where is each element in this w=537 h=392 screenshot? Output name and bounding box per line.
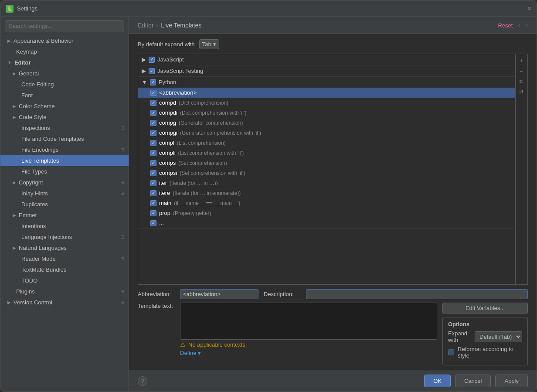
sidebar-item-label: Code Editing — [21, 81, 54, 88]
group-checkbox-js-testing[interactable] — [149, 68, 155, 74]
sidebar-item-emmet[interactable]: ▶ Emmet — [0, 210, 129, 221]
template-row[interactable]: compg (Generator comprehension) — [138, 118, 515, 128]
help-button[interactable]: ? — [138, 376, 147, 386]
template-group-header-javascript[interactable]: ▶ JavaScript — [138, 54, 515, 65]
sidebar-item-label: TODO — [21, 277, 37, 284]
sidebar-item-duplicates[interactable]: Duplicates — [0, 199, 129, 210]
sidebar-item-todo[interactable]: TODO — [0, 275, 129, 286]
group-checkbox-javascript[interactable] — [149, 57, 155, 63]
template-row[interactable]: comps (Set comprehension) — [138, 158, 515, 168]
define-link[interactable]: Define ▾ — [180, 350, 201, 356]
sidebar-item-file-encodings[interactable]: File Encodings ⊟ — [0, 144, 129, 155]
template-checkbox[interactable] — [150, 110, 156, 116]
sidebar-item-file-types[interactable]: File Types — [0, 166, 129, 177]
sidebar-badge: ⊟ — [120, 300, 124, 305]
group-checkbox-python[interactable] — [150, 79, 156, 85]
sidebar-item-inspections[interactable]: Inspections ⊟ — [0, 123, 129, 133]
sidebar-item-reader-mode[interactable]: Reader Mode ⊟ — [0, 253, 129, 264]
sidebar-item-general[interactable]: ▶ General — [0, 68, 129, 79]
sidebar-item-keymap[interactable]: Keymap — [0, 46, 129, 57]
template-row[interactable]: compli (List comprehension with 'if') — [138, 148, 515, 158]
template-row[interactable]: compd (Dict comprehension) — [138, 98, 515, 108]
sidebar-item-file-code-templates[interactable]: File and Code Templates — [0, 133, 129, 144]
template-list: ▶ JavaScript ▶ JavaScript Testing — [138, 54, 516, 285]
settings-window: 🐍 Settings × ▶ Appearance & Behavior Key… — [0, 0, 537, 392]
template-checkbox[interactable] — [150, 170, 156, 176]
template-group-header-python[interactable]: ▼ Python — [138, 77, 515, 88]
nav-forward-button[interactable]: › — [526, 21, 528, 29]
expand-with-select[interactable]: Tab ▾ — [199, 39, 219, 49]
nav-back-button[interactable]: ‹ — [518, 21, 520, 29]
template-checkbox[interactable] — [150, 190, 156, 196]
template-row[interactable]: compsi (Set comprehension with 'if') — [138, 168, 515, 178]
template-row[interactable]: itere (Iterate (for … in enumerate)) — [138, 188, 515, 198]
add-template-button[interactable]: + — [517, 56, 526, 65]
sidebar-item-version-control[interactable]: ▶ Version Control ⊟ — [0, 297, 129, 308]
remove-template-button[interactable]: − — [517, 66, 526, 76]
expand-arrow-icon: ▶ — [13, 213, 16, 218]
sidebar-item-intentions[interactable]: Intentions — [0, 221, 129, 232]
restore-template-button[interactable]: ↺ — [517, 87, 526, 97]
reset-button[interactable]: Reset — [498, 22, 513, 29]
template-row[interactable]: ... — [138, 218, 515, 228]
template-text-input[interactable] — [180, 303, 437, 340]
template-abbreviation: compli — [159, 150, 176, 156]
template-group-header-js-testing[interactable]: ▶ JavaScript Testing — [138, 65, 515, 76]
sidebar-item-inlay-hints[interactable]: Inlay Hints ⊟ — [0, 188, 129, 199]
expand-with-dropdown[interactable]: Default (Tab) Tab Enter Space — [475, 331, 522, 342]
template-row[interactable]: prop (Property getter) — [138, 208, 515, 218]
template-text-label: Template text: — [138, 303, 175, 309]
template-row[interactable]: compgi (Generator comprehension with 'if… — [138, 128, 515, 138]
expand-arrow-icon: ▶ — [13, 180, 16, 185]
template-row[interactable]: compl (List comprehension) — [138, 138, 515, 148]
sidebar-item-language-injections[interactable]: Language Injections ⊟ — [0, 232, 129, 242]
sidebar-item-textmate-bundles[interactable]: TextMate Bundles — [0, 264, 129, 275]
template-row[interactable]: compdi (Dict comprehension with 'if') — [138, 108, 515, 118]
sidebar-item-copyright[interactable]: ▶ Copyright ⊟ — [0, 177, 129, 188]
abbreviation-input[interactable] — [180, 289, 258, 299]
edit-variables-button[interactable]: Edit Variables... — [442, 303, 528, 314]
sidebar-badge: ⊟ — [120, 125, 124, 131]
template-checkbox[interactable] — [150, 200, 156, 206]
expand-arrow-icon: ▶ — [13, 115, 16, 119]
expand-bar: By default expand with Tab ▾ — [129, 39, 537, 54]
description-input[interactable] — [306, 289, 528, 299]
warning-icon: ⚠ — [180, 341, 186, 348]
template-checkbox[interactable] — [150, 210, 156, 216]
copy-template-button[interactable]: ⧉ — [517, 77, 526, 86]
template-row[interactable]: iter (Iterate (for … in …)) — [138, 178, 515, 188]
apply-button[interactable]: Apply — [495, 375, 528, 387]
template-abbreviation: main — [159, 200, 171, 206]
template-checkbox[interactable] — [150, 160, 156, 166]
sidebar-item-code-style[interactable]: ▶ Code Style — [0, 112, 129, 123]
sidebar-item-color-scheme[interactable]: ▶ Color Scheme — [0, 101, 129, 112]
template-row[interactable]: main (if __name__ == '__main__') — [138, 198, 515, 208]
template-checkbox[interactable] — [150, 90, 156, 96]
sidebar-item-label: Copyright — [19, 179, 43, 186]
sidebar-item-plugins[interactable]: Plugins ⊟ — [0, 286, 129, 297]
sidebar-item-font[interactable]: Font — [0, 90, 129, 101]
sidebar-item-code-editing[interactable]: Code Editing — [0, 79, 129, 90]
cancel-button[interactable]: Cancel — [455, 375, 491, 387]
template-description: (Iterate (for … in enumerate)) — [173, 190, 241, 196]
template-checkbox[interactable] — [150, 140, 156, 146]
sidebar-badge: ⊟ — [120, 180, 124, 185]
template-checkbox[interactable] — [150, 120, 156, 126]
reformat-checkbox[interactable] — [448, 349, 454, 355]
sidebar-item-live-templates[interactable]: Live Templates — [0, 155, 129, 166]
sidebar-item-natural-languages[interactable]: ▶ Natural Languages — [0, 242, 129, 253]
main-content: Editor › Live Templates Reset ‹ › By def… — [129, 17, 537, 392]
template-checkbox[interactable] — [150, 100, 156, 106]
sidebar-item-appearance[interactable]: ▶ Appearance & Behavior — [0, 35, 129, 46]
template-checkbox[interactable] — [150, 220, 156, 226]
ok-button[interactable]: OK — [424, 375, 451, 387]
close-button[interactable]: × — [527, 5, 531, 13]
template-checkbox[interactable] — [150, 130, 156, 136]
template-abbreviation: comps — [159, 160, 176, 166]
search-input[interactable] — [5, 20, 124, 31]
options-section: Options Expand with Default (Tab) Tab En… — [442, 317, 528, 365]
template-row[interactable]: <abbreviation> — [138, 88, 515, 98]
sidebar-item-editor[interactable]: ▼ Editor — [0, 57, 129, 68]
template-checkbox[interactable] — [150, 180, 156, 186]
template-checkbox[interactable] — [150, 150, 156, 156]
